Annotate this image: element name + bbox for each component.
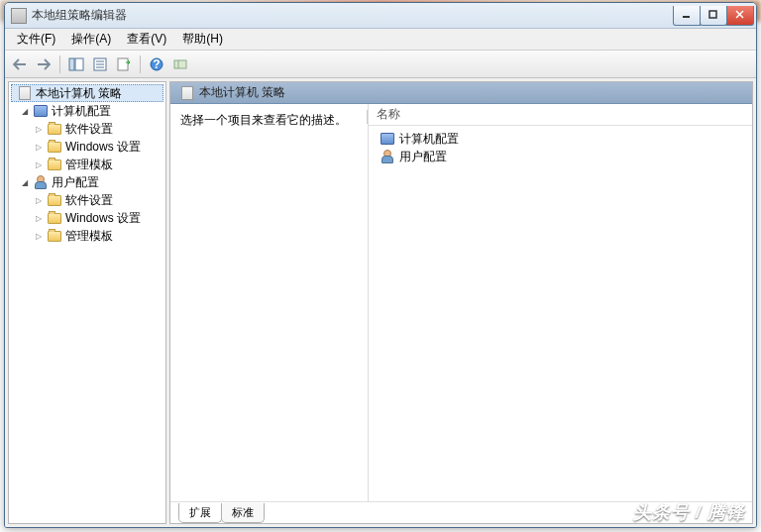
tree-panel-icon [68,56,84,72]
tree-root[interactable]: 本地计算机 策略 [11,84,163,102]
tree-windows-settings[interactable]: Windows 设置 [11,138,163,156]
list-item-label: 用户配置 [399,149,447,165]
toolbar: ? [5,51,756,78]
titlebar[interactable]: 本地组策略编辑器 [5,3,756,29]
properties-button[interactable] [89,53,111,75]
folder-icon [47,211,62,225]
tree-toggle-icon[interactable] [19,177,30,188]
main-window: 本地组策略编辑器 文件(F) 操作(A) 查看(V) 帮助(H) [4,2,757,528]
folder-icon [47,229,62,243]
description-column: 选择一个项目来查看它的描述。 [170,104,369,501]
content-body: 选择一个项目来查看它的描述。 名称 计算机配置 用户配置 [170,104,752,501]
properties-icon [92,56,108,72]
client-area: 本地计算机 策略 计算机配置 软件设置 Windows 设置 [5,78,756,527]
tree-software-settings[interactable]: 软件设置 [11,120,163,138]
close-button[interactable] [726,6,754,26]
help-icon: ? [149,56,164,72]
folder-icon [47,140,62,154]
tree-windows-settings[interactable]: Windows 设置 [11,209,163,227]
tree-label: 用户配置 [52,174,99,191]
tree-label: 计算机配置 [52,103,111,120]
column-header-name[interactable]: 名称 [369,104,752,126]
svg-rect-10 [118,58,128,70]
back-button[interactable] [9,53,31,75]
menu-file[interactable]: 文件(F) [9,29,63,50]
folder-icon [47,158,62,171]
tab-standard[interactable]: 标准 [221,503,265,523]
menu-help[interactable]: 帮助(H) [174,29,231,50]
tree-software-settings[interactable]: 软件设置 [11,191,163,209]
export-button[interactable] [113,53,135,75]
tree-user-config[interactable]: 用户配置 [11,173,163,191]
content-header-text: 本地计算机 策略 [199,84,285,101]
export-icon [116,56,132,72]
content-header: 本地计算机 策略 [170,82,752,104]
close-icon [735,10,745,20]
svg-rect-1 [709,11,716,18]
toolbar-separator [59,55,60,73]
user-icon [380,150,395,163]
tree-panel[interactable]: 本地计算机 策略 计算机配置 软件设置 Windows 设置 [8,81,166,524]
folder-icon [47,193,62,207]
toolbar-separator [140,55,141,73]
tree-toggle-icon[interactable] [33,231,44,242]
minimize-icon [682,10,692,20]
list-item-computer-config[interactable]: 计算机配置 [375,130,746,148]
tree-label: 软件设置 [65,121,113,138]
tab-extended[interactable]: 扩展 [178,503,222,523]
tree-label: Windows 设置 [65,139,141,156]
forward-button[interactable] [33,53,54,75]
maximize-button[interactable] [700,6,727,26]
menu-view[interactable]: 查看(V) [119,29,174,50]
menu-action[interactable]: 操作(A) [63,29,119,50]
list-item-user-config[interactable]: 用户配置 [375,148,746,165]
window-controls [674,6,754,26]
list-item-label: 计算机配置 [399,131,459,148]
tree-computer-config[interactable]: 计算机配置 [11,102,163,120]
policy-icon [179,86,195,100]
policy-icon [17,86,33,100]
tree-label: 管理模板 [65,157,113,173]
show-tree-button[interactable] [65,53,87,75]
tree-toggle-icon[interactable] [33,160,44,170]
tree-label: Windows 设置 [65,210,141,227]
tree-toggle-icon[interactable] [33,195,44,206]
svg-rect-13 [174,60,186,68]
tree-toggle-icon[interactable] [33,142,44,153]
svg-text:?: ? [153,57,160,71]
window-title: 本地组策略编辑器 [32,7,674,24]
menubar: 文件(F) 操作(A) 查看(V) 帮助(H) [5,29,756,51]
tree-label: 软件设置 [65,192,113,209]
svg-rect-4 [69,58,74,70]
minimize-button[interactable] [673,6,701,26]
app-icon [11,8,27,24]
arrow-right-icon [37,58,51,70]
tree-toggle-icon[interactable] [19,106,30,117]
list-column: 名称 计算机配置 用户配置 [369,104,752,501]
computer-icon [380,132,395,146]
tree-label: 本地计算机 策略 [36,85,122,102]
computer-icon [33,104,49,118]
filter-button[interactable] [169,53,191,75]
description-text: 选择一个项目来查看它的描述。 [180,113,347,127]
maximize-icon [708,10,718,20]
list-items: 计算机配置 用户配置 [369,126,752,169]
watermark: 头条号 / 腾锋 [633,500,745,524]
tree-toggle-icon[interactable] [33,124,44,135]
tree-label: 管理模板 [65,228,113,245]
help-button[interactable]: ? [146,53,167,75]
filter-icon [172,56,188,72]
svg-rect-5 [75,58,83,70]
tree-toggle-icon[interactable] [33,213,44,224]
user-icon [33,175,49,189]
tree-admin-templates[interactable]: 管理模板 [11,156,163,173]
folder-icon [47,122,62,136]
arrow-left-icon [13,58,27,70]
content-panel: 本地计算机 策略 选择一个项目来查看它的描述。 名称 计算机配置 [169,81,753,524]
tree-admin-templates[interactable]: 管理模板 [11,227,163,245]
